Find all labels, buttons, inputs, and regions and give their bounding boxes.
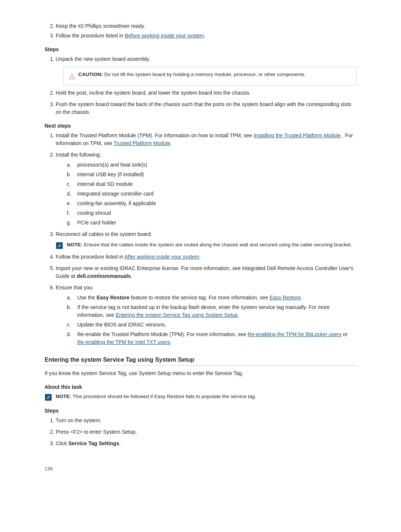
step-1-text: Unpack the new system board assembly.	[56, 56, 150, 62]
steps-list: Unpack the new system board assembly. △ …	[45, 55, 356, 116]
about-note-icon: ✓	[45, 394, 52, 401]
prereq-list: Keep the #2 Phillips screwdriver ready. …	[45, 22, 356, 40]
next-steps-heading: Next steps	[45, 123, 356, 129]
sub-item-d: d.integrated storage controller card	[67, 190, 356, 198]
sub-item-b: b.internal USB key (if installed)	[67, 171, 356, 178]
step-3: Push the system board toward the back of…	[56, 101, 356, 116]
step2-1: Turn on the system.	[56, 417, 356, 424]
about-task-heading: About this task	[45, 384, 356, 390]
note-box: ✓ NOTE: Ensure that the cables inside th…	[56, 241, 356, 249]
caution-label: CAUTION:	[78, 72, 103, 77]
note-icon: ✓	[56, 242, 63, 249]
prereq-item-2: Keep the #2 Phillips screwdriver ready.	[56, 22, 356, 30]
sub-item-c: c.internal dual SD module	[67, 180, 356, 188]
ensure-sub-a: a. Use the Easy Restore feature to resto…	[67, 294, 356, 302]
next-step-2: Install the following: a.processors(s) a…	[56, 151, 356, 227]
step5-end: .	[131, 273, 132, 279]
about-note-box: ✓ NOTE: This procedure should be followe…	[45, 393, 356, 401]
svg-text:✓: ✓	[58, 243, 62, 249]
entering-service-tag-link[interactable]: Entering the system Service Tag using Sy…	[116, 312, 238, 318]
step2-2-text: Press <F2> to enter System Setup.	[56, 429, 137, 435]
page-content: Keep the #2 Phillips screwdriver ready. …	[0, 0, 401, 501]
sub-item-f: f.cooling shroud	[67, 209, 356, 217]
caution-body: Do not lift the system board by holding …	[104, 72, 306, 77]
ensure-sub-c: c. Update the BIOS and iDRAC versions.	[67, 321, 356, 329]
installing-tpm-link[interactable]: Installing the Trusted Platform Module	[254, 132, 341, 138]
prereq-item-3: Follow the procedure listed in Before wo…	[56, 32, 356, 40]
next-step-1: Install the Trusted Platform Module (TPM…	[56, 132, 356, 147]
easy-restore-link[interactable]: Easy Restore	[270, 295, 301, 301]
ensure-sub-b: b. If the service tag is not backed up i…	[67, 303, 356, 319]
next-step-6-label: Ensure that you:	[56, 285, 94, 290]
section-title: Entering the system Service Tag using Sy…	[45, 357, 356, 366]
caution-text: CAUTION: Do not lift the system board by…	[78, 71, 306, 78]
prereq-text-2: Follow the procedure listed in	[56, 33, 123, 39]
after-working-link[interactable]: After working inside your system	[124, 254, 199, 260]
next-step-1-text: Install the Trusted Platform Module (TPM…	[56, 132, 252, 138]
next-steps-list: Install the Trusted Platform Module (TPM…	[45, 132, 356, 346]
next-step-2-label: Install the following:	[56, 152, 101, 158]
caution-box: △ CAUTION: Do not lift the system board …	[63, 67, 356, 85]
reenabling-tpm-intel-link[interactable]: Re-enabling the TPM for Intel TXT users	[77, 339, 170, 345]
section-intro: If you know the system Service Tag, use …	[45, 370, 356, 377]
service-tag-settings: Service Tag Settings	[68, 440, 119, 446]
next-step-4: Follow the procedure listed in After wor…	[56, 253, 356, 261]
steps2-heading: Steps	[45, 408, 356, 414]
page-number: 138	[45, 466, 356, 472]
ensure-sublist: a. Use the Easy Restore feature to resto…	[67, 294, 356, 346]
step1-end: .	[170, 140, 172, 146]
install-sublist: a.processors(s) and heat sink(s) b.inter…	[67, 161, 356, 227]
steps-heading: Steps	[45, 46, 356, 52]
prereq-text-2-end: .	[204, 33, 205, 39]
next-step-4-text: Follow the procedure listed in	[56, 254, 123, 260]
caution-icon: △	[69, 71, 75, 81]
esmmanuals-text: dell.com/esmmanuals	[77, 273, 131, 279]
sub-item-a: a.processors(s) and heat sink(s)	[67, 161, 356, 169]
step-3-text: Push the system board toward the back of…	[56, 101, 351, 115]
step-2: Hold the post, incline the system board,…	[56, 89, 356, 97]
step2-1-text: Turn on the system.	[56, 417, 101, 423]
sub-item-e: e.cooling-fan assembly, if applicable	[67, 200, 356, 207]
prereq-text-1: Keep the #2 Phillips screwdriver ready.	[56, 23, 145, 29]
next-step-6: Ensure that you: a. Use the Easy Restore…	[56, 284, 356, 346]
sub-item-g: g.PCIe card holder	[67, 219, 356, 227]
step2-2: Press <F2> to enter System Setup.	[56, 428, 356, 436]
next-step-3-text: Reconnect all cables to the system board…	[56, 231, 152, 237]
note-text: NOTE: Ensure that the cables inside the …	[67, 241, 352, 249]
step-2-text: Hold the post, incline the system board,…	[56, 90, 251, 96]
next-step-5: Import your new or existing iDRAC Enterp…	[56, 265, 356, 280]
ensure-sub-d: d. Re-enable the Trusted Platform Module…	[67, 331, 356, 346]
about-note-text: NOTE: This procedure should be followed …	[56, 393, 256, 400]
step2-3: Click Service Tag Settings.	[56, 440, 356, 447]
next-step-3: Reconnect all cables to the system board…	[56, 230, 356, 249]
steps2-list: Turn on the system. Press <F2> to enter …	[45, 417, 356, 447]
step2-3-end: .	[119, 440, 121, 446]
reenabling-tpm-bitlocker-link[interactable]: Re-enabling the TPM for BitLocker users	[248, 331, 342, 337]
trusted-platform-link[interactable]: Trusted Platform Module	[114, 140, 170, 146]
before-working-link[interactable]: Before working inside your system	[125, 33, 204, 39]
note-body: Ensure that the cables inside the system…	[84, 242, 352, 247]
step-1: Unpack the new system board assembly. △ …	[56, 55, 356, 85]
about-note-body: This procedure should be followed if Eas…	[73, 394, 257, 399]
step2-3-text: Click	[56, 440, 67, 446]
note-label: NOTE:	[67, 242, 82, 247]
svg-text:✓: ✓	[46, 395, 50, 400]
about-note-label: NOTE:	[56, 394, 71, 399]
step4-end: .	[199, 254, 201, 260]
